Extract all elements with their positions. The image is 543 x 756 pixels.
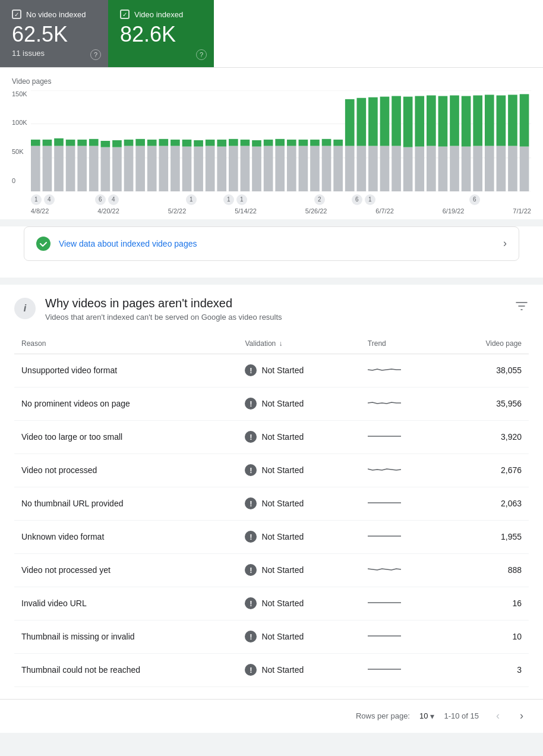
not-started-text: Not Started: [261, 565, 304, 575]
chart-title: Video pages: [12, 77, 531, 86]
table-row[interactable]: Invalid video URL ! Not Started 16: [14, 587, 529, 620]
video-indexed-label: Video indexed: [134, 10, 183, 19]
svg-rect-54: [310, 146, 320, 191]
svg-rect-46: [263, 146, 273, 191]
filter-icon[interactable]: [514, 297, 529, 316]
svg-rect-38: [217, 146, 226, 191]
not-started-icon: !: [245, 631, 257, 642]
video-indexed-value: 82.6K: [120, 23, 202, 46]
not-started-icon: !: [245, 664, 257, 676]
svg-rect-76: [438, 146, 447, 191]
chart-x-labels: 4/8/22 4/20/22 5/2/22 5/14/22 5/26/22 6/…: [31, 206, 531, 215]
rows-per-page-select[interactable]: 10 ▾: [419, 711, 434, 721]
trend-line-svg: [368, 629, 403, 643]
svg-rect-23: [124, 139, 133, 146]
table-row[interactable]: Video not processed ! Not Started 2,676: [14, 453, 529, 487]
col-video-page: Video page: [444, 333, 529, 354]
view-data-card[interactable]: View data about indexed video pages ›: [24, 226, 519, 261]
count-cell: 3,920: [444, 420, 529, 453]
y-label-150k: 150K: [12, 90, 27, 97]
svg-rect-77: [438, 96, 447, 146]
no-video-help-icon[interactable]: ?: [90, 49, 101, 60]
table-row[interactable]: Thumbnail could not be reached ! Not Sta…: [14, 653, 529, 686]
col-trend: Trend: [361, 333, 444, 354]
validation-cell: ! Not Started: [238, 587, 360, 620]
x-label-2: 5/2/22: [168, 207, 187, 215]
svg-rect-27: [147, 139, 157, 146]
svg-rect-7: [31, 139, 40, 146]
prev-page-button[interactable]: ‹: [488, 707, 507, 726]
svg-rect-35: [194, 140, 203, 147]
not-started-icon: !: [245, 597, 257, 609]
table-row[interactable]: Video not processed yet ! Not Started 88…: [14, 553, 529, 587]
svg-rect-64: [368, 146, 378, 191]
count-cell: 2,676: [444, 453, 529, 487]
view-data-wrapper: View data about indexed video pages ›: [0, 226, 543, 278]
svg-rect-29: [159, 138, 168, 146]
chart-annotations: 1 4 6 4 1 1 1 2 6 1: [31, 193, 531, 206]
not-started-text: Not Started: [261, 465, 304, 475]
annotation-1d: 1: [236, 194, 247, 205]
svg-rect-22: [124, 146, 133, 191]
not-started-icon: !: [245, 398, 257, 410]
count-cell: 16: [444, 587, 529, 620]
svg-rect-80: [461, 146, 471, 191]
table-row[interactable]: No prominent videos on page ! Not Starte…: [14, 387, 529, 420]
table-row[interactable]: Thumbnail is missing or invalid ! Not St…: [14, 620, 529, 653]
not-started-text: Not Started: [261, 366, 304, 375]
reason-cell: No prominent videos on page: [14, 387, 238, 420]
annotation-1e: 1: [365, 194, 375, 205]
table-row[interactable]: No thumbnail URL provided ! Not Started …: [14, 487, 529, 520]
annotation-1b: 1: [186, 194, 197, 205]
rows-per-page-dropdown-icon: ▾: [430, 711, 434, 721]
validation-cell: ! Not Started: [238, 354, 360, 387]
svg-rect-30: [171, 146, 180, 191]
annotation-4b: 4: [108, 194, 119, 205]
view-data-chevron-icon: ›: [503, 237, 507, 250]
svg-rect-16: [89, 146, 99, 191]
next-page-button[interactable]: ›: [512, 707, 531, 726]
y-label-50k: 50K: [12, 148, 27, 155]
count-cell: 2,063: [444, 487, 529, 520]
reason-cell: Unknown video format: [14, 520, 238, 553]
sort-icon: ↓: [279, 339, 283, 348]
svg-rect-70: [403, 147, 413, 191]
table-row[interactable]: Unsupported video format ! Not Started 3…: [14, 354, 529, 387]
svg-rect-48: [275, 146, 285, 191]
svg-rect-74: [427, 146, 436, 191]
validation-cell: ! Not Started: [238, 453, 360, 487]
col-validation[interactable]: Validation ↓: [238, 333, 360, 354]
chart-bars-container: 1 4 6 4 1 1 1 2 6 1: [31, 90, 531, 215]
svg-rect-91: [519, 94, 529, 146]
x-label-0: 4/8/22: [31, 207, 49, 215]
not-started-icon: !: [245, 531, 257, 543]
svg-rect-78: [450, 146, 459, 191]
table-row[interactable]: Video too large or too small ! Not Start…: [14, 420, 529, 453]
chart-y-axis: 0 50K 100K 150K: [12, 90, 31, 185]
svg-rect-40: [229, 146, 238, 191]
reasons-table: Reason Validation ↓ Trend Video page Uns…: [14, 333, 529, 687]
video-indexed-card: ✓ Video indexed 82.6K ?: [108, 0, 214, 67]
svg-rect-49: [275, 138, 285, 146]
svg-rect-56: [321, 146, 331, 191]
pagination: Rows per page: 10 ▾ 1-10 of 15 ‹ ›: [0, 699, 543, 733]
trend-line-svg: [368, 396, 403, 410]
svg-rect-52: [298, 146, 308, 191]
why-subtitle: Videos that aren't indexed can't be serv…: [45, 313, 282, 322]
rows-per-page-label: Rows per page:: [356, 711, 410, 720]
reason-cell: Unsupported video format: [14, 354, 238, 387]
table-row[interactable]: Unknown video format ! Not Started 1,955: [14, 520, 529, 553]
no-video-card: ✓ No video indexed 62.5K 11 issues ?: [0, 0, 108, 67]
svg-rect-34: [194, 146, 203, 191]
trend-cell: [361, 587, 444, 620]
trend-cell: [361, 354, 444, 387]
video-indexed-check-icon: ✓: [120, 10, 130, 19]
annotation-1: 1: [31, 194, 42, 205]
video-indexed-help-icon[interactable]: ?: [196, 49, 207, 60]
svg-rect-42: [240, 146, 250, 191]
count-cell: 3: [444, 653, 529, 686]
x-label-1: 4/20/22: [97, 207, 119, 215]
reason-cell: Thumbnail could not be reached: [14, 653, 238, 686]
validation-cell: ! Not Started: [238, 420, 360, 453]
reason-cell: Video not processed: [14, 453, 238, 487]
